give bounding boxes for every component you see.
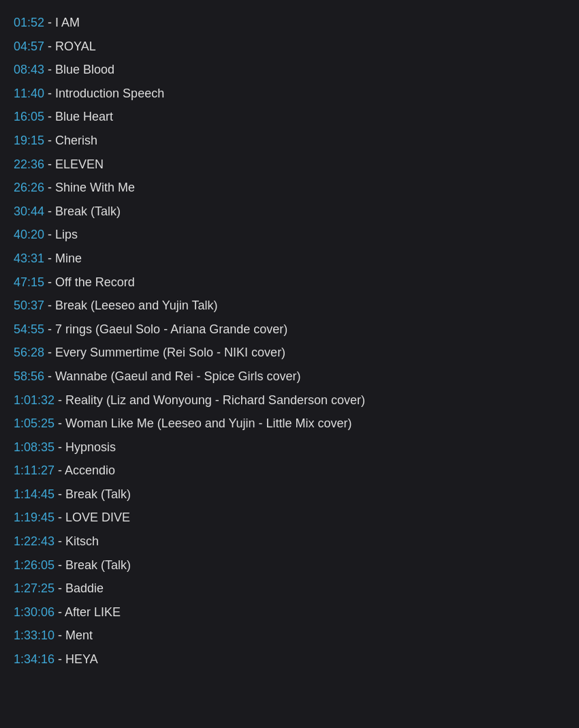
list-item: 1:05:25 - Woman Like Me (Leeseo and Yuji… — [14, 412, 565, 436]
track-name: Reality (Liz and Wonyoung - Richard Sand… — [65, 393, 365, 407]
list-item: 1:30:06 - After LIKE — [14, 601, 565, 624]
list-item: 1:33:10 - Ment — [14, 624, 565, 648]
timestamp: 40:20 — [14, 228, 44, 241]
separator: - — [54, 464, 65, 477]
list-item: 1:19:45 - LOVE DIVE — [14, 506, 565, 530]
separator: - — [54, 393, 65, 407]
timestamp: 1:22:43 — [14, 534, 54, 548]
list-item: 47:15 - Off the Record — [14, 271, 565, 294]
list-item: 1:11:27 - Accendio — [14, 459, 565, 483]
separator: - — [54, 628, 65, 642]
separator: - — [44, 369, 55, 383]
separator: - — [44, 134, 55, 147]
separator: - — [44, 40, 55, 53]
separator: - — [54, 416, 65, 430]
list-item: 1:27:25 - Baddie — [14, 577, 565, 601]
timestamp: 22:36 — [14, 157, 44, 171]
list-item: 1:14:45 - Break (Talk) — [14, 483, 565, 506]
track-name: Wannabe (Gaeul and Rei - Spice Girls cov… — [55, 369, 300, 383]
separator: - — [44, 299, 55, 312]
separator: - — [54, 440, 65, 454]
separator: - — [44, 87, 55, 100]
timestamp: 01:52 — [14, 16, 44, 29]
track-list: 01:52 - I AM04:57 - ROYAL08:43 - Blue Bl… — [14, 11, 565, 671]
track-name: HEYA — [65, 652, 98, 666]
track-name: Break (Talk) — [65, 487, 131, 501]
separator: - — [44, 346, 55, 359]
list-item: 54:55 - 7 rings (Gaeul Solo - Ariana Gra… — [14, 318, 565, 342]
separator: - — [44, 322, 55, 336]
track-name: Kitsch — [65, 534, 99, 548]
track-name: Baddie — [65, 581, 104, 595]
track-name: I AM — [55, 16, 80, 29]
track-name: Off the Record — [55, 275, 135, 289]
separator: - — [54, 511, 65, 524]
list-item: 1:22:43 - Kitsch — [14, 530, 565, 553]
track-name: Every Summertime (Rei Solo - NIKI cover) — [55, 346, 285, 359]
timestamp: 56:28 — [14, 346, 44, 359]
separator: - — [44, 157, 55, 171]
separator: - — [44, 181, 55, 194]
timestamp: 08:43 — [14, 63, 44, 76]
list-item: 01:52 - I AM — [14, 11, 565, 35]
separator: - — [44, 63, 55, 76]
list-item: 22:36 - ELEVEN — [14, 153, 565, 177]
list-item: 56:28 - Every Summertime (Rei Solo - NIK… — [14, 341, 565, 365]
timestamp: 50:37 — [14, 299, 44, 312]
timestamp: 1:14:45 — [14, 487, 54, 501]
separator: - — [44, 228, 55, 241]
track-name: After LIKE — [65, 605, 121, 619]
timestamp: 30:44 — [14, 204, 44, 218]
track-name: ROYAL — [55, 40, 96, 53]
track-name: LOVE DIVE — [65, 511, 130, 524]
list-item: 04:57 - ROYAL — [14, 35, 565, 59]
track-name: 7 rings (Gaeul Solo - Ariana Grande cove… — [55, 322, 287, 336]
timestamp: 1:19:45 — [14, 511, 54, 524]
track-name: Lips — [55, 228, 78, 241]
track-name: Break (Leeseo and Yujin Talk) — [55, 299, 218, 312]
list-item: 11:40 - Introduction Speech — [14, 82, 565, 106]
timestamp: 1:08:35 — [14, 440, 54, 454]
list-item: 50:37 - Break (Leeseo and Yujin Talk) — [14, 294, 565, 318]
list-item: 40:20 - Lips — [14, 223, 565, 247]
list-item: 19:15 - Cherish — [14, 129, 565, 153]
list-item: 16:05 - Blue Heart — [14, 105, 565, 129]
timestamp: 1:11:27 — [14, 464, 54, 477]
separator: - — [44, 252, 55, 265]
list-item: 1:01:32 - Reality (Liz and Wonyoung - Ri… — [14, 389, 565, 412]
separator: - — [54, 652, 65, 666]
track-name: Mine — [55, 252, 82, 265]
timestamp: 1:05:25 — [14, 416, 54, 430]
separator: - — [44, 204, 55, 218]
track-name: Break (Talk) — [65, 558, 131, 572]
list-item: 30:44 - Break (Talk) — [14, 200, 565, 224]
track-name: Accendio — [65, 464, 115, 477]
list-item: 1:08:35 - Hypnosis — [14, 436, 565, 459]
timestamp: 54:55 — [14, 322, 44, 336]
timestamp: 1:01:32 — [14, 393, 54, 407]
timestamp: 11:40 — [14, 87, 44, 100]
track-name: ELEVEN — [55, 157, 104, 171]
separator: - — [54, 581, 65, 595]
track-name: Ment — [65, 628, 93, 642]
timestamp: 26:26 — [14, 181, 44, 194]
separator: - — [44, 110, 55, 123]
track-name: Introduction Speech — [55, 87, 164, 100]
separator: - — [44, 16, 55, 29]
separator: - — [54, 558, 65, 572]
timestamp: 1:27:25 — [14, 581, 54, 595]
track-name: Blue Heart — [55, 110, 113, 123]
timestamp: 47:15 — [14, 275, 44, 289]
separator: - — [54, 605, 65, 619]
timestamp: 1:26:05 — [14, 558, 54, 572]
list-item: 26:26 - Shine With Me — [14, 176, 565, 200]
timestamp: 1:33:10 — [14, 628, 54, 642]
track-name: Shine With Me — [55, 181, 135, 194]
track-name: Hypnosis — [65, 440, 116, 454]
timestamp: 1:30:06 — [14, 605, 54, 619]
list-item: 1:34:16 - HEYA — [14, 648, 565, 671]
timestamp: 04:57 — [14, 40, 44, 53]
list-item: 58:56 - Wannabe (Gaeul and Rei - Spice G… — [14, 365, 565, 389]
timestamp: 19:15 — [14, 134, 44, 147]
track-name: Cherish — [55, 134, 97, 147]
